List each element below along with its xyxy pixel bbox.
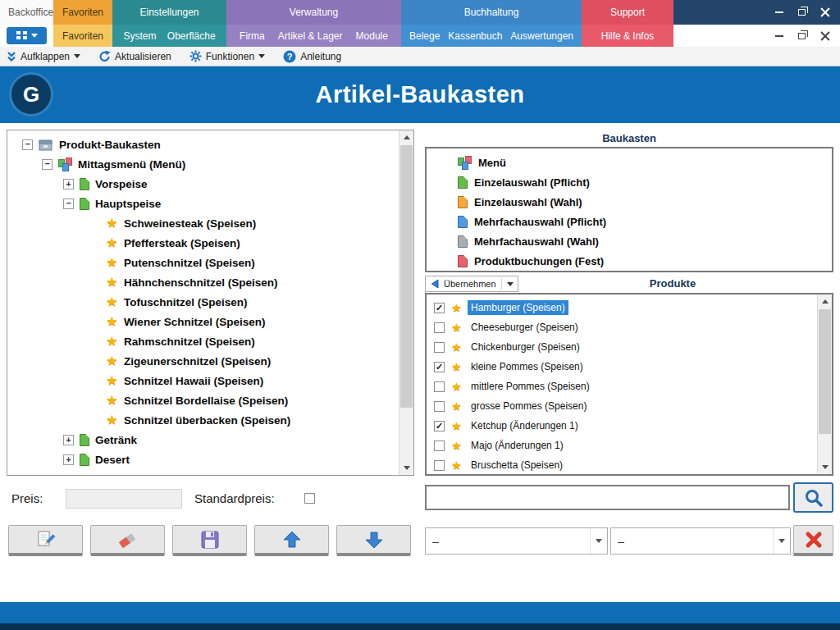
- tab-favoriten[interactable]: Favoriten: [53, 0, 112, 25]
- combo-2[interactable]: –: [610, 527, 791, 555]
- combo-dropdown[interactable]: [590, 528, 607, 554]
- tree-item[interactable]: Schnitzel Hawaii (Speisen): [7, 371, 399, 390]
- product-row[interactable]: Cheeseburger (Speisen): [427, 317, 818, 337]
- save-button[interactable]: [172, 525, 247, 556]
- baukasten-item[interactable]: Einzelauswahl (Pflicht): [427, 172, 832, 192]
- close-icon[interactable]: [820, 31, 830, 41]
- tree-item[interactable]: Hähnchenschnitzel (Speisen): [7, 272, 399, 292]
- product-row[interactable]: kleine Pommes (Speisen): [427, 357, 818, 377]
- tree-item[interactable]: Getränk: [7, 430, 399, 450]
- product-row[interactable]: Ketchup (Änderungen 1): [427, 416, 818, 436]
- menu-icon: [58, 158, 72, 171]
- tab-support[interactable]: Support: [582, 0, 673, 25]
- expander-minus-icon[interactable]: [63, 199, 74, 209]
- tree-item[interactable]: Tofuschnitzel (Speisen): [7, 292, 399, 312]
- ribbon-item-artikel-lager[interactable]: Artikel & Lager: [278, 30, 343, 42]
- tree-item[interactable]: Schnitzel überbacken (Speisen): [7, 410, 399, 430]
- search-input[interactable]: [425, 485, 790, 510]
- checkbox[interactable]: [434, 342, 445, 353]
- uebernehmen-button[interactable]: Übernehmen: [425, 276, 518, 292]
- erase-button[interactable]: [90, 525, 165, 556]
- expander-minus-icon[interactable]: [42, 159, 52, 170]
- scroll-up-button[interactable]: [818, 294, 832, 308]
- product-row[interactable]: mittlere Pommes (Speisen): [427, 377, 818, 396]
- funktionen-button[interactable]: Funktionen: [189, 50, 265, 62]
- restore-icon[interactable]: [798, 33, 806, 39]
- product-row[interactable]: Hamburger (Speisen): [427, 298, 818, 317]
- baukasten-item[interactable]: Einzelauswahl (Wahl): [427, 192, 832, 212]
- checkbox[interactable]: [434, 362, 445, 372]
- page-green-icon: [458, 176, 468, 189]
- close-icon[interactable]: [820, 7, 830, 17]
- aktualisieren-button[interactable]: Aktualisieren: [98, 50, 171, 62]
- tree-item-root[interactable]: Produkt-Baukasten: [7, 135, 399, 154]
- ribbon-item-hilfe-infos[interactable]: Hilfe & Infos: [601, 30, 655, 42]
- tree-item[interactable]: Schweinesteak (Speisen): [7, 213, 399, 233]
- tree-item[interactable]: Hauptspeise: [7, 194, 399, 213]
- checkbox[interactable]: [434, 421, 445, 431]
- baukasten-item[interactable]: Menü: [427, 153, 832, 172]
- tab-verwaltung[interactable]: Verwaltung: [226, 0, 401, 25]
- tab-einstellungen[interactable]: Einstellungen: [112, 0, 226, 25]
- tree-item[interactable]: Putenschnitzel (Speisen): [7, 253, 399, 272]
- tree-item-label: Produkt-Baukasten: [59, 139, 161, 151]
- expander-minus-icon[interactable]: [22, 139, 33, 150]
- product-row[interactable]: Chickenburger (Speisen): [427, 337, 818, 357]
- aufklappen-button[interactable]: Aufklappen: [7, 51, 80, 62]
- tree-item[interactable]: Desert: [7, 450, 399, 469]
- tree-item[interactable]: Pfeffersteak (Speisen): [7, 233, 399, 253]
- tree-item[interactable]: Rahmschnitzel (Speisen): [7, 331, 399, 351]
- tree-item[interactable]: Schnitzel Bordellaise (Speisen): [7, 390, 399, 410]
- scroll-up-button[interactable]: [399, 130, 413, 144]
- checkbox[interactable]: [434, 441, 445, 451]
- checkbox[interactable]: [434, 381, 445, 392]
- app-menu-button[interactable]: [7, 27, 47, 44]
- baukasten-item[interactable]: Mehrfachauswahl (Wahl): [427, 231, 832, 251]
- tree-scrollbar[interactable]: [399, 130, 413, 475]
- scroll-down-button[interactable]: [399, 461, 413, 475]
- tab-buchhaltung[interactable]: Buchhaltung: [401, 0, 582, 25]
- product-row[interactable]: Bruschetta (Speisen): [427, 455, 818, 474]
- ribbon-item-firma[interactable]: Firma: [240, 30, 265, 42]
- expander-plus-icon[interactable]: [63, 454, 74, 465]
- baukasten-item[interactable]: Produktbuchungen (Fest): [427, 251, 832, 271]
- edit-button[interactable]: [8, 525, 83, 556]
- baukasten-item[interactable]: Mehrfachauswahl (Pflicht): [427, 212, 832, 231]
- combo-dropdown[interactable]: [773, 528, 790, 554]
- tree-item[interactable]: Zigeunerschnitzel (Speisen): [7, 351, 399, 371]
- checkbox[interactable]: [434, 460, 445, 471]
- scroll-thumb[interactable]: [400, 145, 413, 408]
- product-row[interactable]: grosse Pommes (Speisen): [427, 396, 818, 416]
- tree-item-label: Desert: [95, 454, 130, 466]
- move-up-button[interactable]: [254, 525, 329, 556]
- tree-item-menu[interactable]: Mittagsmenü (Menü): [7, 154, 399, 174]
- ribbon-item-kassenbuch[interactable]: Kassenbuch: [448, 30, 502, 42]
- checkbox[interactable]: [434, 322, 445, 333]
- ribbon-item-oberflaeche[interactable]: Oberfläche: [167, 30, 216, 42]
- tree-item[interactable]: Wiener Schnitzel (Speisen): [7, 312, 399, 331]
- restore-icon[interactable]: [798, 9, 806, 16]
- ribbon-item-belege[interactable]: Belege: [409, 30, 440, 42]
- checkbox[interactable]: [434, 401, 445, 412]
- move-down-button[interactable]: [336, 525, 411, 556]
- search-button[interactable]: [793, 482, 833, 513]
- product-row[interactable]: Majo (Änderungen 1): [427, 436, 818, 455]
- standardpreis-checkbox[interactable]: [304, 493, 315, 504]
- checkbox[interactable]: [434, 303, 445, 313]
- delete-button[interactable]: [793, 525, 833, 556]
- ribbon-item-favoriten[interactable]: Favoriten: [62, 30, 103, 42]
- minimize-icon[interactable]: [775, 35, 783, 37]
- ribbon-item-module[interactable]: Module: [356, 30, 388, 42]
- minimize-icon[interactable]: [775, 11, 783, 13]
- scroll-thumb[interactable]: [819, 309, 831, 434]
- combo-1[interactable]: –: [425, 527, 608, 555]
- funktionen-label: Funktionen: [206, 51, 254, 62]
- ribbon-item-system[interactable]: System: [123, 30, 156, 42]
- tree-item[interactable]: Vorspeise: [7, 174, 399, 194]
- expander-plus-icon[interactable]: [63, 435, 74, 445]
- scroll-down-button[interactable]: [818, 460, 832, 474]
- ribbon-item-auswertungen[interactable]: Auswertungen: [510, 30, 573, 42]
- anleitung-button[interactable]: ? Anleitung: [283, 50, 341, 63]
- produkte-scrollbar[interactable]: [817, 294, 832, 474]
- expander-plus-icon[interactable]: [63, 179, 74, 189]
